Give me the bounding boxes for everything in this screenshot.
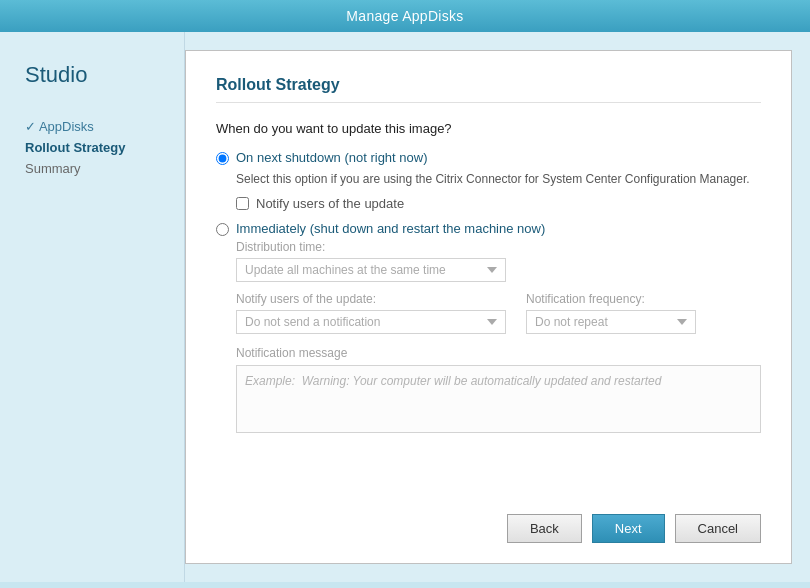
sidebar-item-label: Summary bbox=[25, 161, 81, 176]
cancel-button[interactable]: Cancel bbox=[675, 514, 761, 543]
distribution-label: Distribution time: bbox=[236, 240, 761, 254]
notification-frequency-group: Notification frequency: Do not repeat bbox=[526, 292, 696, 334]
shutdown-option[interactable]: On next shutdown (not right now) bbox=[216, 150, 761, 165]
back-button[interactable]: Back bbox=[507, 514, 582, 543]
question-label: When do you want to update this image? bbox=[216, 121, 761, 136]
notify-users-label: Notify users of the update: bbox=[236, 292, 506, 306]
notification-message-input[interactable] bbox=[236, 365, 761, 433]
shutdown-radio-label: On next shutdown (not right now) bbox=[236, 150, 428, 165]
notify-checkbox[interactable] bbox=[236, 197, 249, 210]
content-title: Rollout Strategy bbox=[216, 76, 761, 103]
notify-checkbox-label: Notify users of the update bbox=[256, 196, 404, 211]
footer: Back Next Cancel bbox=[216, 498, 761, 543]
title-text: Manage AppDisks bbox=[346, 8, 463, 24]
next-button[interactable]: Next bbox=[592, 514, 665, 543]
sidebar-nav: AppDisks Rollout Strategy Summary bbox=[25, 116, 164, 179]
notification-frequency-label: Notification frequency: bbox=[526, 292, 696, 306]
notification-frequency-select[interactable]: Do not repeat bbox=[526, 310, 696, 334]
sidebar-item-rollout-strategy: Rollout Strategy bbox=[25, 137, 164, 158]
notification-message-section: Notification message bbox=[236, 346, 761, 436]
sidebar-item-label: Rollout Strategy bbox=[25, 140, 125, 155]
content-area: Rollout Strategy When do you want to upd… bbox=[185, 50, 792, 564]
distribution-select[interactable]: Update all machines at the same time bbox=[236, 258, 506, 282]
notify-users-group: Notify users of the update: Do not send … bbox=[236, 292, 506, 334]
title-bar: Manage AppDisks bbox=[0, 0, 810, 32]
sidebar-title: Studio bbox=[25, 62, 164, 88]
immediately-option[interactable]: Immediately (shut down and restart the m… bbox=[216, 221, 761, 236]
immediately-radio-label: Immediately (shut down and restart the m… bbox=[236, 221, 545, 236]
notification-message-label: Notification message bbox=[236, 346, 761, 360]
sidebar-item-summary: Summary bbox=[25, 158, 164, 179]
sidebar-item-label: AppDisks bbox=[39, 119, 94, 134]
immediately-radio[interactable] bbox=[216, 223, 229, 236]
notify-checkbox-row[interactable]: Notify users of the update bbox=[236, 196, 761, 211]
sidebar: Studio AppDisks Rollout Strategy Summary bbox=[0, 32, 185, 582]
shutdown-description: Select this option if you are using the … bbox=[236, 171, 761, 188]
notify-frequency-row: Notify users of the update: Do not send … bbox=[236, 292, 761, 334]
notify-users-select[interactable]: Do not send a notification bbox=[236, 310, 506, 334]
distribution-row: Distribution time: Update all machines a… bbox=[236, 240, 761, 282]
shutdown-radio[interactable] bbox=[216, 152, 229, 165]
sidebar-item-appdisks[interactable]: AppDisks bbox=[25, 116, 164, 137]
main-container: Studio AppDisks Rollout Strategy Summary… bbox=[0, 32, 810, 582]
